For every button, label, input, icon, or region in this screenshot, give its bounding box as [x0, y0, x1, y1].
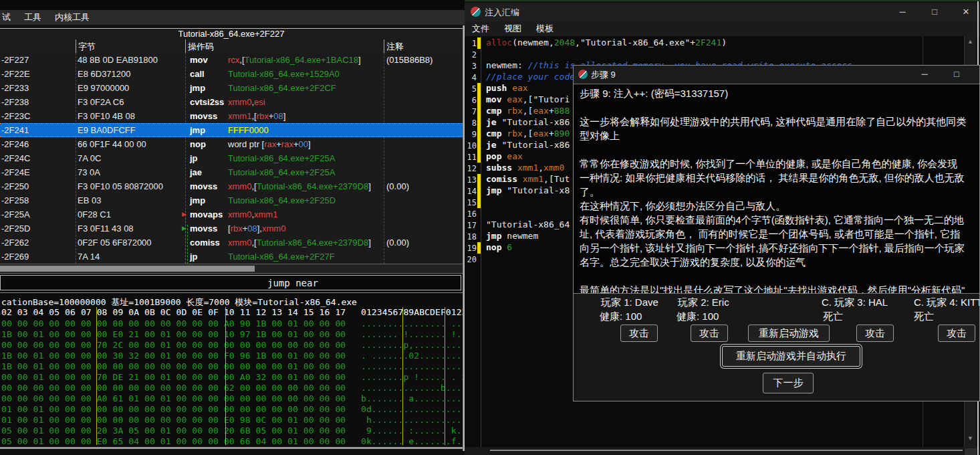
line-number: 9: [465, 130, 477, 139]
hex-row[interactable]: 05 00 01 00 00 00 20 3A 05 00 01 00 00 0…: [0, 426, 463, 436]
scrollbar-thumb[interactable]: [490, 450, 963, 451]
code-line[interactable]: "Tutorial-x86_64: [486, 219, 570, 230]
hex-bytes: 00 00 00 00 00 00 A0 61 01 00 01 00 00 0…: [1, 393, 346, 403]
hex-bytes: 05 00 01 00 00 00 20 3A 05 00 01 00 00 0…: [1, 426, 346, 436]
attack-player1-button[interactable]: 攻击: [620, 325, 658, 342]
hex-row[interactable]: 00 00 00 00 00 00 00 00 00 00 00 00 00 0…: [0, 318, 463, 329]
code-token: newmem:: [486, 60, 528, 70]
hex-row[interactable]: 05 00 01 00 00 00 E0 65 04 00 01 00 00 0…: [0, 436, 463, 447]
tutorial-text-line: 一种情况: 如果你把健康相关代码移除的话， 其结果是你的角色无敌, 但你的敌人也…: [580, 172, 980, 185]
jump-type-status-bar: jump near: [0, 275, 461, 290]
hex-row[interactable]: 00 00 00 00 00 00 00 00 00 00 00 00 00 0…: [0, 383, 463, 393]
restart-game-button[interactable]: 重新启动游戏: [748, 325, 830, 342]
attack-player2-button[interactable]: 攻击: [691, 325, 728, 342]
next-step-button[interactable]: 下一步: [763, 373, 814, 393]
code-line[interactable]: push eax: [486, 83, 528, 93]
code-line[interactable]: jmp newmem: [486, 231, 538, 241]
disasm-row[interactable]: -2F2697A 14jpTutorial-x86_64.exe+2F27F: [0, 250, 463, 264]
disasm-row[interactable]: -2F24E73 0AjaeTutorial-x86_64.exe+2F25A: [0, 165, 463, 179]
disasm-row[interactable]: -2F23CF3 0F10 4B 08movssxmm1,[rbx+08]: [0, 109, 463, 123]
disasm-operands: xmm0,[Tutorial-x86_64.exe+2379D8]: [228, 236, 371, 250]
disasm-row[interactable]: -2F241E9 BA0DFCFFjmpFFFF0000: [0, 123, 463, 137]
disasm-row[interactable]: -2F233E9 97000000jmpTutorial-x86_64.exe+…: [0, 81, 463, 95]
code-line[interactable]: pop eax: [486, 151, 523, 161]
code-token: 08: [273, 111, 283, 121]
scrollbar-thumb[interactable]: [0, 266, 255, 272]
minimize-button[interactable]: ─: [916, 68, 933, 81]
disasm-row[interactable]: -2F24C7A 0CjpTutorial-x86_64.exe+2F25A: [0, 151, 463, 165]
maximize-button[interactable]: □: [926, 5, 943, 19]
column-header-opcode[interactable]: 操作码: [188, 41, 214, 53]
scroll-down-arrow[interactable]: ▼: [967, 435, 973, 442]
player1-health: 健康: 100: [600, 310, 642, 323]
column-separator: [185, 39, 186, 53]
code-line[interactable]: je "Tutorial-x86: [486, 140, 570, 150]
disasm-address: -2F22E: [1, 67, 30, 81]
code-line[interactable]: cmp rbx,[eax+890: [486, 128, 570, 139]
menu-item-debug[interactable]: 试: [0, 10, 17, 25]
code-line[interactable]: comiss xmm1,[Tut: [486, 174, 570, 184]
disasm-row[interactable]: -2F22EE8 6D371200callTutorial-x86_64.exe…: [0, 67, 463, 81]
disasm-row[interactable]: -2F250F3 0F10 05 80872000movssxmm0,[Tuto…: [0, 179, 463, 193]
menu-item-view[interactable]: 视图: [497, 23, 529, 35]
code-token: ,: [538, 163, 543, 173]
code-line[interactable]: alloc(newmem,2048,"Tutorial-x86_64.exe"+…: [486, 37, 727, 48]
player2-health: 健康: 100: [677, 310, 719, 323]
close-button[interactable]: ✕: [957, 5, 975, 19]
line-number: 3: [465, 62, 477, 71]
scroll-up-arrow[interactable]: ▲: [967, 38, 973, 45]
disasm-row[interactable]: -2F22748 8B 0D EAB91800movrcx,[Tutorial-…: [0, 53, 463, 67]
code-line[interactable]: jmp "Tutorial-x8: [486, 185, 570, 195]
code-line[interactable]: subss xmm1,xmm0: [486, 163, 564, 173]
step-window-titlebar[interactable]: 步骤 9 ─ □: [574, 66, 980, 84]
hex-dump-panel[interactable]: cationBase=100000000 基址=1001B9000 长度=700…: [0, 292, 463, 448]
hex-row[interactable]: 1B 00 01 00 00 00 00 30 32 00 01 00 00 0…: [0, 351, 463, 361]
disasm-mnemonic: jmp: [190, 193, 205, 207]
code-line[interactable]: nop 6: [486, 242, 512, 252]
code-line[interactable]: je "Tutorial-x86: [486, 117, 570, 127]
code-line[interactable]: cmp rbx,[eax+888: [486, 106, 570, 116]
hex-row[interactable]: 00 00 00 00 00 00 70 2C 00 00 01 00 00 0…: [0, 340, 463, 351]
hex-row[interactable]: 1B 00 01 00 00 00 00 00 00 00 00 00 00 0…: [0, 361, 463, 372]
code-token: xmm1: [517, 163, 538, 173]
attack-player4-button[interactable]: 攻击: [938, 325, 975, 342]
disasm-mnemonic: call: [190, 67, 205, 81]
code-token: +: [276, 139, 281, 149]
menu-item-tools[interactable]: 工具: [17, 10, 48, 25]
minimize-button[interactable]: ─: [894, 5, 911, 19]
disasm-row[interactable]: -2F2620F2F 05 6F872000comissxmm0,[Tutori…: [0, 236, 463, 250]
code-line[interactable]: mov eax,["Tutori: [486, 94, 570, 104]
hex-row[interactable]: 1B 00 01 00 00 00 00 E0 21 00 01 00 00 0…: [0, 329, 463, 340]
line-number: 12: [465, 164, 477, 173]
menu-item-template[interactable]: 模板: [529, 23, 561, 35]
tutorial-text-line: 了。: [580, 186, 980, 199]
attack-player3-button[interactable]: 攻击: [856, 325, 894, 342]
disasm-bytes: E9 BA0DFCFF: [78, 124, 136, 136]
disasm-row[interactable]: -2F25A0F28 C1▶movapsxmm0,xmm1: [0, 207, 463, 221]
hex-row[interactable]: 00 00 01 00 00 00 70 DE 21 00 01 00 00 0…: [0, 372, 463, 383]
disasm-row[interactable]: -2F238F3 0F2A C6cvtsi2ssxmm0,esi: [0, 95, 463, 109]
column-separator: [76, 39, 76, 53]
menu-item-file[interactable]: 文件: [465, 23, 497, 35]
column-header-bytes[interactable]: 字节: [78, 41, 96, 53]
disasm-row[interactable]: -2F258EB 03jmpTutorial-x86_64.exe+2F25D: [0, 193, 463, 207]
hex-column-separator: [96, 307, 97, 445]
hexview-bottom-scrollline[interactable]: [0, 447, 463, 449]
menu-item-kernel-tools[interactable]: 内核工具: [48, 10, 96, 25]
disasm-row[interactable]: -2F25DF3 0F11 43 08▶movss[rbx+08],xmm0: [0, 221, 463, 236]
restart-and-autoplay-button[interactable]: 重新启动游戏并自动执行: [722, 346, 860, 367]
player4-name: C. 玩家 4: KITT: [914, 296, 980, 309]
disasm-row[interactable]: -2F24666 0F1F 44 00 00nopword ptr [rax+r…: [0, 137, 463, 151]
column-header-comment[interactable]: 注释: [386, 41, 404, 53]
hex-row[interactable]: 00 00 00 00 00 00 A0 61 01 00 01 00 00 0…: [0, 393, 463, 404]
maximize-button[interactable]: □: [948, 68, 965, 81]
disassembler-horizontal-scrollbar[interactable]: [0, 264, 463, 274]
tutorial-text-line: 步骤 9: 注入++: (密码=31337157): [580, 88, 980, 100]
hex-ascii: ....... !....... !..: [361, 329, 463, 339]
disassembly-list[interactable]: -2F22748 8B 0D EAB91800movrcx,[Tutorial-…: [0, 53, 463, 264]
hex-row[interactable]: 01 00 01 00 00 00 00 00 00 00 00 00 00 0…: [0, 415, 463, 426]
editor-horizontal-scrollbar[interactable]: [465, 447, 980, 455]
hex-row[interactable]: 01 00 01 00 00 00 00 00 00 00 00 00 00 0…: [0, 404, 463, 415]
auto-assemble-titlebar[interactable]: 注入汇编 ─ □ ✕: [465, 3, 980, 21]
code-token: cmp: [486, 106, 507, 116]
